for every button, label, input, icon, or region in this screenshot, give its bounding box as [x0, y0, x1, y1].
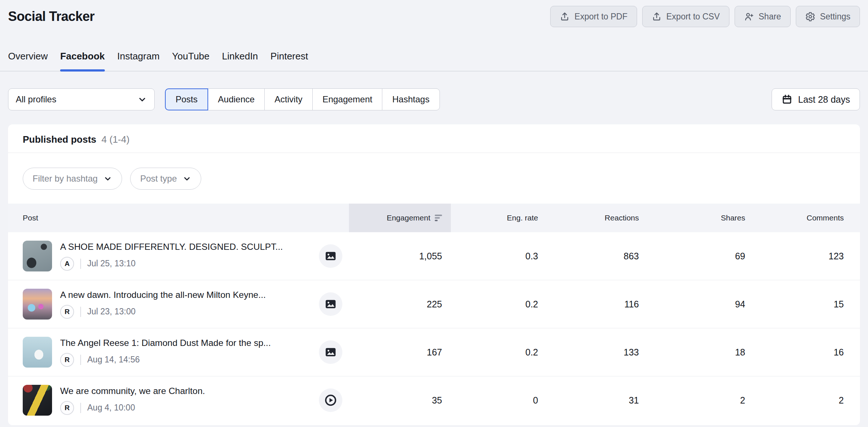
- post-cell: A new dawn. Introducing the all-new Milt…: [8, 280, 349, 328]
- published-posts-panel: Published posts 4 (1-4) Filter by hashta…: [8, 124, 860, 425]
- column-header-comments[interactable]: Comments: [754, 204, 860, 232]
- profile-badge: A: [60, 257, 74, 271]
- gear-icon: [805, 12, 815, 22]
- post-text: The Angel Reese 1: Diamond Dust Made for…: [60, 338, 271, 367]
- tab-instagram[interactable]: Instagram: [117, 51, 160, 71]
- tab-facebook[interactable]: Facebook: [60, 51, 104, 71]
- engagement-value: 167: [349, 328, 451, 376]
- profile-badge: R: [60, 305, 74, 319]
- table-row: We are community, we are Charlton. R Aug…: [8, 376, 860, 424]
- shares-value: 69: [648, 232, 754, 280]
- tab-youtube[interactable]: YouTube: [172, 51, 209, 71]
- post-cell: We are community, we are Charlton. R Aug…: [8, 376, 349, 424]
- comments-value: 2: [754, 376, 860, 424]
- separator: [80, 403, 81, 413]
- post-type-dropdown[interactable]: Post type: [130, 168, 201, 190]
- post-meta: R Aug 14, 14:56: [60, 353, 271, 367]
- view-hashtags[interactable]: Hashtags: [382, 88, 439, 110]
- export-csv-label: Export to CSV: [666, 12, 720, 22]
- reactions-value: 31: [547, 376, 648, 424]
- engagement-header-label: Engagement: [387, 213, 430, 222]
- share-label: Share: [759, 12, 781, 22]
- table-row: A new dawn. Introducing the all-new Milt…: [8, 280, 860, 328]
- reactions-value: 863: [547, 232, 648, 280]
- image-type-icon: [319, 292, 342, 316]
- eng-rate-value: 0.2: [451, 280, 547, 328]
- export-icon: [652, 12, 662, 22]
- comments-value: 15: [754, 280, 860, 328]
- separator: [80, 355, 81, 365]
- video-type-icon: [319, 388, 342, 412]
- post-cell: A SHOE MADE DIFFERENTLY. DESIGNED. SCULP…: [8, 232, 349, 280]
- channel-tabs: Overview Facebook Instagram YouTube Link…: [0, 27, 868, 72]
- post-date: Aug 4, 10:00: [87, 403, 135, 413]
- eng-rate-value: 0: [451, 376, 547, 424]
- controls-row: All profiles Posts Audience Activity Eng…: [8, 88, 860, 110]
- column-header-engagement[interactable]: Engagement: [349, 204, 451, 232]
- column-header-post[interactable]: Post: [8, 204, 349, 232]
- post-title[interactable]: A new dawn. Introducing the all-new Milt…: [60, 290, 266, 300]
- settings-button[interactable]: Settings: [796, 6, 860, 27]
- post-cell: The Angel Reese 1: Diamond Dust Made for…: [8, 328, 349, 376]
- view-engagement[interactable]: Engagement: [312, 88, 383, 110]
- chevron-down-icon: [137, 95, 147, 104]
- post-meta: A Jul 25, 13:10: [60, 257, 283, 271]
- view-audience[interactable]: Audience: [208, 88, 265, 110]
- image-type-icon: [319, 340, 342, 364]
- post-title[interactable]: The Angel Reese 1: Diamond Dust Made for…: [60, 338, 271, 348]
- engagement-value: 1,055: [349, 232, 451, 280]
- post-text: A SHOE MADE DIFFERENTLY. DESIGNED. SCULP…: [60, 242, 283, 271]
- profile-select-value: All profiles: [16, 94, 56, 105]
- profile-badge: R: [60, 401, 74, 415]
- post-date: Jul 25, 13:10: [87, 259, 136, 269]
- sort-desc-icon: [435, 215, 442, 221]
- filter-by-hashtag-dropdown[interactable]: Filter by hashtag: [23, 168, 122, 190]
- eng-rate-value: 0.2: [451, 328, 547, 376]
- post-title[interactable]: A SHOE MADE DIFFERENTLY. DESIGNED. SCULP…: [60, 242, 283, 252]
- post-thumbnail[interactable]: [23, 337, 52, 368]
- calendar-icon: [781, 94, 792, 105]
- image-type-icon: [319, 244, 342, 268]
- separator: [80, 307, 81, 317]
- profile-select[interactable]: All profiles: [8, 88, 155, 110]
- header-actions: Export to PDF Export to CSV Share Settin…: [550, 6, 860, 27]
- tab-pinterest[interactable]: Pinterest: [271, 51, 308, 71]
- export-pdf-button[interactable]: Export to PDF: [550, 6, 637, 27]
- chevron-down-icon: [183, 174, 191, 183]
- panel-header: Published posts 4 (1-4): [8, 124, 860, 153]
- column-header-shares[interactable]: Shares: [648, 204, 754, 232]
- column-header-reactions[interactable]: Reactions: [547, 204, 648, 232]
- top-bar: Social Tracker Export to PDF Export to C…: [0, 0, 868, 27]
- date-range-label: Last 28 days: [798, 94, 850, 105]
- post-thumbnail[interactable]: [23, 289, 52, 320]
- column-header-eng-rate[interactable]: Eng. rate: [451, 204, 547, 232]
- tab-overview[interactable]: Overview: [8, 51, 48, 71]
- table-header-row: Post Engagement Eng. rate Reactions Shar…: [8, 204, 860, 232]
- post-thumbnail[interactable]: [23, 241, 52, 271]
- separator: [80, 259, 81, 269]
- share-button[interactable]: Share: [735, 6, 791, 27]
- page-title: Social Tracker: [8, 9, 95, 24]
- tab-linkedin[interactable]: LinkedIn: [222, 51, 258, 71]
- engagement-value: 35: [349, 376, 451, 424]
- posts-table: Post Engagement Eng. rate Reactions Shar…: [8, 204, 860, 424]
- shares-value: 2: [648, 376, 754, 424]
- view-switcher: Posts Audience Activity Engagement Hasht…: [165, 88, 440, 110]
- chevron-down-icon: [103, 174, 112, 183]
- table-row: A SHOE MADE DIFFERENTLY. DESIGNED. SCULP…: [8, 232, 860, 280]
- date-range-button[interactable]: Last 28 days: [772, 88, 860, 110]
- post-meta: R Aug 4, 10:00: [60, 401, 205, 415]
- panel-title: Published posts: [23, 134, 96, 145]
- export-icon: [560, 12, 570, 22]
- post-text: We are community, we are Charlton. R Aug…: [60, 386, 205, 415]
- post-title[interactable]: We are community, we are Charlton.: [60, 386, 205, 396]
- comments-value: 123: [754, 232, 860, 280]
- post-thumbnail[interactable]: [23, 385, 52, 416]
- engagement-value: 225: [349, 280, 451, 328]
- post-text: A new dawn. Introducing the all-new Milt…: [60, 290, 266, 319]
- reactions-value: 116: [547, 280, 648, 328]
- export-csv-button[interactable]: Export to CSV: [642, 6, 729, 27]
- view-posts[interactable]: Posts: [165, 88, 208, 110]
- post-meta: R Jul 23, 13:00: [60, 305, 266, 319]
- view-activity[interactable]: Activity: [264, 88, 313, 110]
